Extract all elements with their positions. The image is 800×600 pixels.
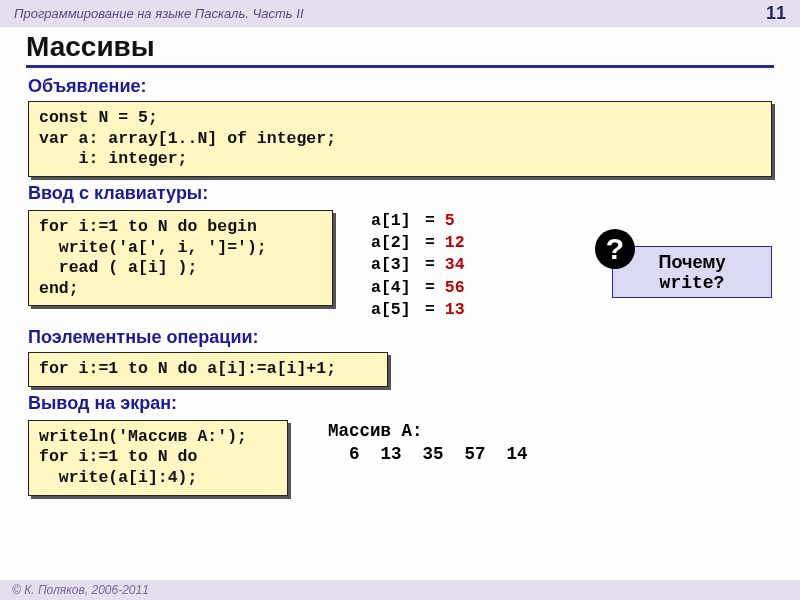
code-output: writeln('Массив A:'); for i:=1 to N do w… bbox=[28, 420, 288, 496]
question-line2: write? bbox=[660, 273, 725, 293]
section-input-title: Ввод с клавиатуры: bbox=[28, 183, 780, 204]
section-ops-title: Поэлементные операции: bbox=[28, 327, 780, 348]
code-input: for i:=1 to N do begin write('a[', i, ']… bbox=[28, 210, 333, 307]
sample-input-list: a[1]= 5 a[2]= 12 a[3]= 34 a[4]= 56 a[5]=… bbox=[371, 210, 465, 321]
header-title: Программирование на языке Паскаль. Часть… bbox=[14, 6, 304, 21]
slide-header: Программирование на языке Паскаль. Часть… bbox=[0, 0, 800, 27]
question-callout: Почему write? bbox=[612, 246, 772, 298]
code-declaration: const N = 5; var a: array[1..N] of integ… bbox=[28, 101, 772, 177]
slide-footer: © К. Поляков, 2006-2011 bbox=[0, 580, 800, 600]
section-output-title: Вывод на экран: bbox=[28, 393, 780, 414]
question-mark-icon: ? bbox=[595, 229, 635, 269]
page-number: 11 bbox=[766, 3, 786, 24]
slide-title: Массивы bbox=[26, 31, 774, 68]
section-declaration-title: Объявление: bbox=[28, 76, 780, 97]
sample-output: Массив A: 6 13 35 57 14 bbox=[328, 420, 528, 466]
question-line1: Почему bbox=[659, 252, 726, 273]
code-ops: for i:=1 to N do a[i]:=a[i]+1; bbox=[28, 352, 388, 387]
